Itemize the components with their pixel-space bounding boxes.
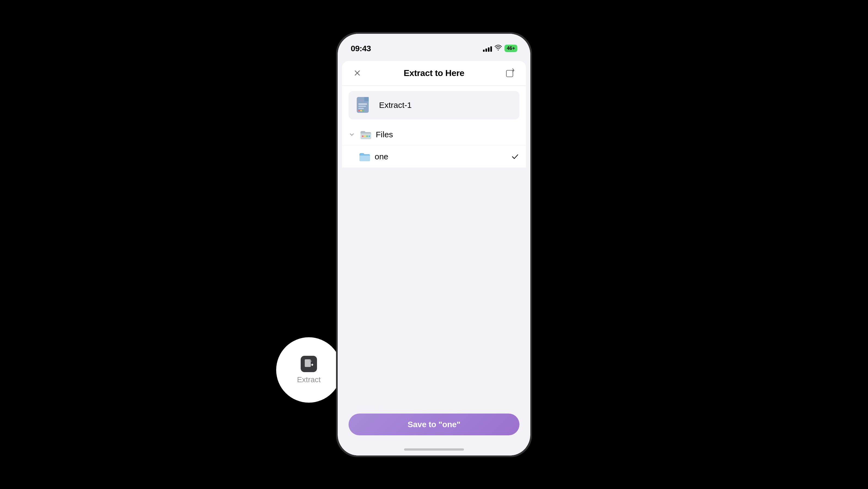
file-icon-container bbox=[354, 95, 374, 115]
modal-container: Extract to Here bbox=[342, 61, 526, 456]
status-bar: 09:43 bbox=[338, 34, 530, 58]
signal-bar-1 bbox=[483, 50, 485, 52]
svg-rect-8 bbox=[359, 108, 364, 109]
extract-tooltip-label: Extract bbox=[297, 375, 320, 384]
signal-bars-icon bbox=[483, 45, 492, 52]
signal-bar-4 bbox=[490, 46, 492, 52]
filename-row bbox=[348, 91, 520, 119]
save-button[interactable]: Save to "one" bbox=[348, 413, 520, 435]
svg-point-12 bbox=[362, 135, 364, 137]
signal-bar-2 bbox=[486, 49, 487, 52]
svg-point-2 bbox=[498, 49, 499, 50]
share-button[interactable] bbox=[504, 66, 518, 80]
wifi-icon bbox=[495, 45, 502, 52]
svg-rect-5 bbox=[364, 97, 369, 102]
one-folder-name: one bbox=[375, 152, 506, 161]
files-folder-item[interactable]: Files bbox=[342, 124, 526, 146]
signal-bar-3 bbox=[488, 48, 490, 52]
svg-point-9 bbox=[358, 110, 360, 111]
close-button[interactable] bbox=[350, 66, 364, 80]
extract-doc-icon bbox=[304, 359, 314, 369]
phone-device: Extract 09:43 bbox=[336, 32, 532, 457]
battery-badge: 46+ bbox=[504, 45, 517, 52]
filename-input[interactable] bbox=[379, 100, 514, 110]
svg-rect-6 bbox=[359, 104, 367, 105]
files-folder-name: Files bbox=[376, 130, 520, 139]
svg-point-10 bbox=[360, 110, 362, 111]
save-button-container: Save to "one" bbox=[342, 408, 526, 443]
selected-checkmark-icon bbox=[511, 152, 520, 161]
svg-point-13 bbox=[364, 135, 366, 137]
modal-title: Extract to Here bbox=[404, 68, 464, 78]
extract-tooltip: Extract bbox=[276, 337, 341, 403]
chevron-down-icon bbox=[348, 131, 355, 138]
home-indicator bbox=[342, 443, 526, 456]
one-folder-item[interactable]: one bbox=[342, 146, 526, 168]
phone-shell: 09:43 bbox=[336, 32, 532, 457]
home-bar bbox=[404, 449, 464, 451]
svg-rect-7 bbox=[359, 106, 366, 107]
folder-section: Files one bbox=[342, 124, 526, 408]
svg-point-14 bbox=[366, 135, 368, 137]
document-icon bbox=[354, 96, 373, 114]
share-icon bbox=[506, 68, 516, 78]
one-folder-icon bbox=[359, 151, 370, 163]
status-icons: 46+ bbox=[483, 45, 517, 52]
phone-screen: 09:43 bbox=[338, 34, 530, 456]
extract-icon-box bbox=[301, 356, 317, 372]
close-icon bbox=[353, 69, 361, 77]
svg-rect-3 bbox=[506, 70, 513, 77]
svg-point-15 bbox=[368, 135, 370, 137]
files-folder-icon bbox=[360, 128, 371, 141]
filename-section bbox=[342, 86, 526, 124]
svg-point-11 bbox=[363, 110, 364, 111]
status-time: 09:43 bbox=[351, 44, 371, 53]
modal-header: Extract to Here bbox=[342, 61, 526, 86]
